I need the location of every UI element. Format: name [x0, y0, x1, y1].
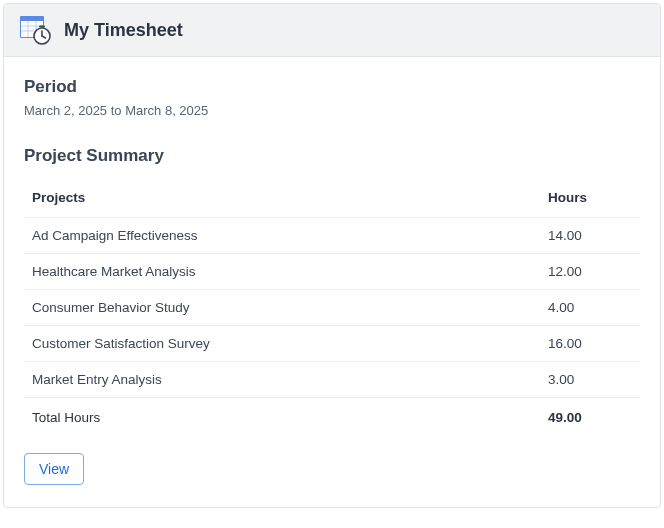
summary-title: Project Summary	[24, 146, 640, 166]
table-row: Customer Satisfaction Survey16.00	[24, 326, 640, 362]
project-summary-table: Projects Hours Ad Campaign Effectiveness…	[24, 180, 640, 437]
card-body: Period March 2, 2025 to March 8, 2025 Pr…	[4, 57, 660, 507]
total-label: Total Hours	[24, 398, 540, 438]
svg-rect-8	[39, 26, 45, 28]
table-row: Consumer Behavior Study4.00	[24, 290, 640, 326]
card-header: My Timesheet	[4, 4, 660, 57]
period-text: March 2, 2025 to March 8, 2025	[24, 103, 640, 118]
timesheet-card: My Timesheet Period March 2, 2025 to Mar…	[3, 3, 661, 508]
timesheet-icon	[20, 14, 52, 46]
cell-hours: 3.00	[540, 362, 640, 398]
cell-project: Ad Campaign Effectiveness	[24, 218, 540, 254]
col-projects: Projects	[24, 180, 540, 218]
cell-hours: 16.00	[540, 326, 640, 362]
page-title: My Timesheet	[64, 20, 183, 41]
table-row: Market Entry Analysis3.00	[24, 362, 640, 398]
col-hours: Hours	[540, 180, 640, 218]
period-label: Period	[24, 77, 640, 97]
table-row: Healthcare Market Analysis12.00	[24, 254, 640, 290]
view-button[interactable]: View	[24, 453, 84, 485]
table-header-row: Projects Hours	[24, 180, 640, 218]
cell-hours: 4.00	[540, 290, 640, 326]
cell-hours: 12.00	[540, 254, 640, 290]
total-value: 49.00	[540, 398, 640, 438]
cell-project: Market Entry Analysis	[24, 362, 540, 398]
cell-project: Consumer Behavior Study	[24, 290, 540, 326]
cell-project: Healthcare Market Analysis	[24, 254, 540, 290]
total-row: Total Hours49.00	[24, 398, 640, 438]
table-row: Ad Campaign Effectiveness14.00	[24, 218, 640, 254]
cell-hours: 14.00	[540, 218, 640, 254]
cell-project: Customer Satisfaction Survey	[24, 326, 540, 362]
